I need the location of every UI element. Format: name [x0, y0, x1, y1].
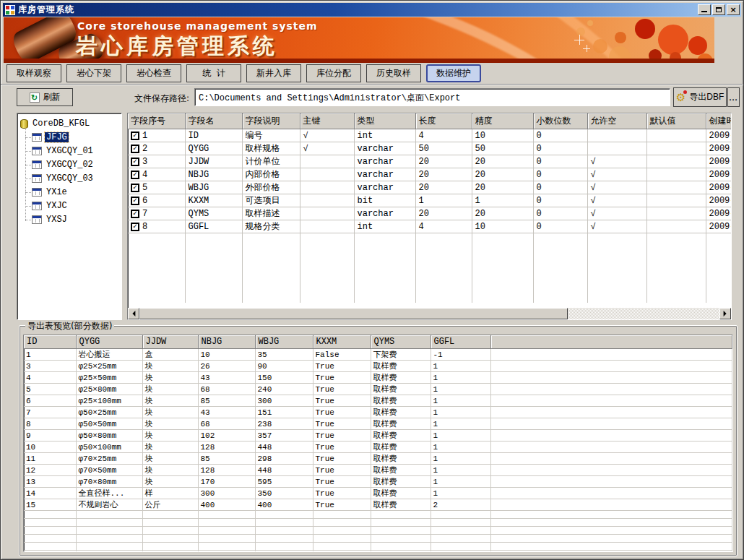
save-path-input[interactable]: C:\Documents and Settings\Administrator\… — [194, 88, 670, 106]
table-icon — [32, 202, 42, 210]
preview-row[interactable]: 1岩心搬运盒 1035False 下架费-1 — [24, 349, 732, 361]
preview-row[interactable]: 14全直径样...样 300350True 取样费1 — [24, 488, 732, 499]
column-header[interactable]: 字段说明 — [242, 113, 300, 129]
column-header[interactable]: 类型 — [354, 113, 415, 129]
column-header[interactable]: WBJG — [255, 335, 313, 349]
field-row[interactable]: ✓8 GGFL 规格分类 int 4 10 0 √ 2009-4- — [128, 220, 732, 233]
preview-row[interactable] — [24, 535, 732, 543]
tree-item-label: YXie — [45, 187, 69, 197]
field-checkbox[interactable]: ✓ — [131, 210, 139, 218]
column-header[interactable]: QYGG — [76, 335, 142, 349]
scrollbar-thumb[interactable] — [139, 308, 568, 319]
field-checkbox[interactable]: ✓ — [131, 171, 139, 179]
preview-row[interactable]: 12φ70×50mm块 128448True 取样费1 — [24, 465, 732, 476]
column-header[interactable]: ID — [24, 335, 76, 349]
column-header[interactable]: 字段名 — [185, 113, 242, 129]
column-header[interactable]: KXXM — [313, 335, 371, 349]
toolbar-button[interactable]: 历史取样 — [366, 64, 421, 82]
column-header[interactable]: 允许空 — [587, 113, 646, 129]
tree-item[interactable]: YXGCQY_02 — [20, 158, 121, 171]
field-row[interactable]: ✓3 JJDW 计价单位 varchar 20 20 0 √ 2009-4- — [128, 155, 732, 168]
column-header[interactable]: GGFL — [431, 335, 490, 349]
tree-item[interactable]: JFJG — [20, 130, 121, 144]
field-row[interactable]: ✓5 WBJG 外部价格 varchar 20 20 0 √ 2009-4- — [128, 181, 732, 194]
export-dbf-label: 导出DBF — [689, 91, 724, 103]
preview-row[interactable]: 15不规则岩心公斤 400400True 取样费2 — [24, 499, 732, 511]
database-icon — [20, 119, 28, 129]
preview-row[interactable]: 4φ25×50mm块 43150True 取样费1 — [24, 372, 732, 384]
maximize-button[interactable] — [712, 4, 725, 15]
preview-row[interactable]: 5φ25×80mm块 68240True 取样费1 — [24, 384, 732, 395]
close-button[interactable]: × — [727, 4, 740, 15]
preview-row[interactable]: 13φ70×80mm块 170595True 取样费1 — [24, 476, 732, 488]
toolbar-button[interactable]: 取样观察 — [7, 64, 61, 82]
preview-row[interactable]: 8φ50×50mm块 68238True 取样费1 — [24, 418, 732, 430]
field-row[interactable]: ✓2 QYGG 取样规格 √ varchar 50 50 0 2009-4- — [128, 142, 732, 155]
banner-bubble — [658, 25, 688, 55]
preview-row[interactable]: 3φ25×25mm块 2690True 取样费1 — [24, 361, 732, 372]
tree-item[interactable]: YXJC — [20, 199, 121, 212]
toolbar-button[interactable]: 岩心检查 — [126, 64, 181, 82]
scroll-left-button[interactable] — [128, 308, 139, 319]
toolbar-button[interactable]: 统 计 — [186, 64, 241, 82]
banner: Core storehouse management system 岩心库房管理… — [4, 17, 714, 63]
field-checkbox[interactable]: ✓ — [131, 197, 139, 205]
toolbar-button[interactable]: 岩心下架 — [66, 64, 121, 82]
banner-subtitle: Core storehouse management system — [77, 20, 318, 32]
tree-item[interactable]: YXSJ — [20, 212, 121, 226]
minimize-button[interactable] — [698, 4, 711, 15]
scroll-right-button[interactable] — [719, 308, 731, 319]
column-header[interactable]: JJDW — [142, 335, 198, 349]
export-dbf-button[interactable]: ⚙ 导出DBF — [673, 87, 727, 107]
maximize-icon — [716, 7, 722, 12]
field-checkbox[interactable]: ✓ — [131, 184, 139, 192]
table-icon — [32, 160, 42, 169]
tree-item[interactable]: YXie — [20, 185, 121, 199]
field-row[interactable]: ✓1 ID 编号 √ int 4 10 0 2009-4- — [128, 129, 732, 142]
field-checkbox[interactable]: ✓ — [131, 145, 139, 153]
preview-row[interactable]: 7φ50×25mm块 43151True 取样费1 — [24, 407, 732, 418]
preview-row[interactable]: 10φ50×100mm块 128448True 取样费1 — [24, 441, 732, 453]
tree-root-node[interactable]: CoreDB_KFGL — [20, 117, 121, 130]
toolbar-button[interactable]: 新井入库 — [246, 64, 301, 82]
close-icon: × — [730, 7, 736, 14]
banner-bubble — [593, 39, 607, 53]
toolbar-button[interactable]: 库位分配 — [306, 64, 361, 82]
column-header[interactable]: 小数位数 — [533, 113, 587, 129]
column-header[interactable]: NBJG — [198, 335, 255, 349]
browse-path-button[interactable]: ... — [727, 87, 740, 107]
preview-row[interactable] — [24, 519, 732, 527]
field-checkbox[interactable]: ✓ — [131, 158, 139, 166]
column-header[interactable]: 长度 — [415, 113, 472, 129]
preview-row[interactable]: 6φ25×100mm块 85300True 取样费1 — [24, 395, 732, 407]
preview-row[interactable]: 9φ50×80mm块 102357True 取样费1 — [24, 430, 732, 441]
preview-row[interactable] — [24, 511, 732, 519]
field-checkbox[interactable]: ✓ — [131, 132, 139, 140]
table-tree-panel: CoreDB_KFGL JFJG YXGCQY_01 YXGCQY_02 — [17, 113, 122, 320]
column-header[interactable]: 创建时 — [706, 113, 732, 129]
column-header[interactable]: 精度 — [472, 113, 533, 129]
field-row[interactable]: ✓6 KXXM 可选项目 bit 1 1 0 √ 2009-4- — [128, 194, 732, 207]
banner-strip — [4, 59, 714, 63]
preview-row[interactable] — [24, 527, 732, 535]
column-header[interactable] — [490, 335, 732, 349]
banner-bubble — [615, 32, 626, 43]
field-checkbox[interactable]: ✓ — [131, 223, 139, 231]
toolbar-button[interactable]: 数据维护 — [426, 64, 481, 82]
toolbar-divider — [1, 84, 744, 85]
field-row[interactable]: ✓7 QYMS 取样描述 varchar 20 20 0 √ 2009-4- — [128, 207, 732, 220]
tree-item[interactable]: YXGCQY_01 — [20, 144, 121, 158]
column-header[interactable]: 主键 — [300, 113, 354, 129]
column-header[interactable]: 默认值 — [646, 113, 706, 129]
column-header[interactable]: 字段序号 — [128, 113, 185, 129]
refresh-button[interactable]: ↻ 刷新 — [17, 88, 73, 106]
preview-row[interactable]: 11φ70×25mm块 85298True 取样费1 — [24, 453, 732, 465]
horizontal-scrollbar[interactable] — [128, 308, 731, 319]
preview-row[interactable] — [24, 551, 732, 553]
tree-item[interactable]: YXGCQY_03 — [20, 171, 121, 185]
column-header[interactable]: QYMS — [371, 335, 431, 349]
field-row[interactable]: ✓4 NBJG 内部价格 varchar 20 20 0 √ 2009-4- — [128, 168, 732, 181]
preview-row[interactable] — [24, 543, 732, 551]
scroll-right-icon — [724, 311, 730, 316]
refresh-label: 刷新 — [43, 91, 61, 103]
